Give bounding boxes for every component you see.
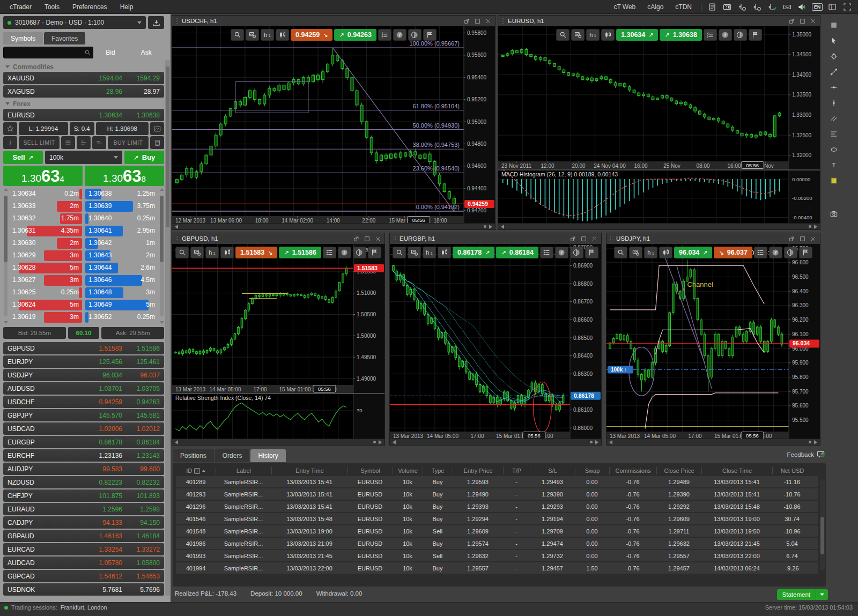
functions-button[interactable]: f (719, 29, 732, 41)
ellipse-icon[interactable] (828, 144, 840, 155)
indicator-list-button[interactable] (540, 247, 553, 258)
section-commodities[interactable]: Commodities (3, 62, 164, 72)
timeframe-button[interactable]: h 1 (205, 247, 219, 258)
cursor-icon[interactable] (828, 35, 840, 47)
scroll-right-icon[interactable] (814, 225, 817, 229)
symbol-row-eurgbp[interactable]: EURGBP 0.86178 0.86184 (3, 436, 164, 448)
channel-icon[interactable] (828, 113, 840, 124)
symbol-row-cadjpy[interactable]: CADJPY 94.133 94.150 (3, 516, 164, 529)
autoscale-button[interactable] (799, 247, 812, 258)
buy-price-button[interactable]: ↘96.037 (714, 247, 752, 258)
chart-titlebar-usdjpy[interactable]: USDJPY, h1 (606, 233, 820, 244)
symbol-row-xagusd[interactable]: XAGUSD 28.96 28.97 (3, 85, 164, 98)
trendline-icon[interactable] (828, 66, 840, 78)
sell-price-button[interactable]: 1.30634↗ (616, 29, 658, 41)
buy-price-button[interactable]: ↗1.51586 (279, 247, 321, 258)
favorite-button[interactable] (3, 122, 17, 135)
col-t-p[interactable]: T/P (503, 467, 530, 474)
indicator-list-button[interactable] (704, 29, 717, 41)
chart-titlebar-usdchf[interactable]: USDCHF, h1 (172, 16, 495, 26)
tab-orders[interactable]: Orders (215, 449, 250, 462)
drag-handle-icon[interactable] (501, 18, 505, 24)
table-scrollbar[interactable] (820, 479, 825, 570)
chart-type-button[interactable] (276, 29, 289, 41)
fullscreen-icon[interactable] (841, 2, 854, 12)
tab-symbols[interactable]: Symbols (3, 32, 43, 44)
drag-handle-icon[interactable] (393, 235, 396, 242)
dom-bid-row[interactable]: 1.30631 4.35m (9, 225, 82, 237)
drag-handle-icon[interactable] (175, 235, 179, 242)
dom-bid-row[interactable]: 1.30634 0.2m (9, 188, 82, 200)
chart-body-eurgbp[interactable]: h 1 0.86178↗ ↗0.86184 f 0.870000.869000.… (390, 244, 601, 439)
scroll-left-icon[interactable] (393, 440, 396, 444)
sell-price-button[interactable]: 1.51583↘ (235, 247, 277, 258)
buy-price-button[interactable]: 1.30638 (85, 166, 164, 186)
maximize-icon[interactable] (798, 235, 806, 242)
keyboard-icon[interactable] (781, 2, 794, 12)
chart-settings-button[interactable] (246, 29, 259, 41)
scroll-right-icon[interactable] (595, 440, 598, 444)
chart-settings-button[interactable] (190, 247, 204, 258)
symbol-row-audusd[interactable]: AUDUSD 1.03701 1.03705 (3, 382, 164, 395)
crosshair-icon[interactable] (828, 50, 840, 62)
symbol-row-gbpcad[interactable]: GBPCAD 1.54612 1.54653 (3, 570, 164, 582)
theme-button[interactable] (570, 247, 583, 258)
chart-settings-button[interactable] (629, 247, 642, 258)
chart-titlebar-eurgbp[interactable]: EURGBP, h1 (390, 233, 601, 244)
order-doc-button[interactable] (150, 136, 164, 149)
dom-ask-row[interactable]: 1.30652 0.25m (85, 311, 158, 323)
chart-canvas-eurusd[interactable]: 1.350001.345001.340001.335001.330001.325… (498, 26, 820, 223)
symbol-row-usdnok[interactable]: USDNOK 5.7681 5.7696 (3, 583, 164, 596)
buy-button[interactable]: ↗Buy (124, 151, 164, 164)
history-row[interactable]: 401296SampleRSIR...13/03/2013 15:41EURUS… (176, 501, 818, 512)
dom-bid-row[interactable]: 1.30624 5m (9, 299, 82, 311)
symbol-row-euraud[interactable]: EURAUD 1.2596 1.2598 (3, 503, 164, 515)
buy-price-button[interactable]: ↗0.94263 (335, 29, 376, 41)
zoom-button[interactable] (614, 247, 627, 258)
history-row[interactable]: 401546SampleRSIR...13/03/2013 15:48EURUS… (176, 513, 818, 524)
zoom-button[interactable] (393, 247, 406, 258)
sell-price-button[interactable]: 1.30634 (3, 166, 83, 186)
col-net-usd[interactable]: Net USD (772, 467, 812, 474)
link-ctdn[interactable]: cTDN (670, 1, 697, 13)
timeframe-button[interactable]: h 1 (261, 29, 274, 41)
scroll-right-icon[interactable] (379, 440, 382, 444)
autoscale-button[interactable] (368, 247, 381, 258)
chart-body-usdchf[interactable]: h 1 0.94259↘ ↗0.94263 f 100.00% (0.95667… (172, 26, 495, 223)
menu-tools[interactable]: Tools (39, 1, 65, 13)
indicator-list-button[interactable] (378, 29, 391, 41)
chart-body-usdjpy[interactable]: h 1 96.034↗ ↘96.037 f Channel00:05:5796.… (606, 244, 820, 439)
tab-history[interactable]: History (250, 449, 285, 462)
link-calgo[interactable]: cAlgo (642, 1, 668, 13)
theme-button[interactable] (408, 29, 421, 41)
fibonacci-icon[interactable] (828, 128, 840, 140)
scroll-left-icon[interactable] (609, 440, 612, 444)
sell-limit-button[interactable]: SELL LIMIT (19, 136, 60, 149)
dom-bid-row[interactable]: 1.30625 0.25m (9, 287, 82, 299)
dom-bid-row[interactable]: 1.30619 3m (9, 311, 82, 323)
zoom-button[interactable] (231, 29, 244, 41)
symbol-row-eurcad[interactable]: EURCAD 1.33254 1.33272 (3, 543, 164, 555)
col-volume[interactable]: Volume (393, 467, 423, 474)
volume-select[interactable]: 100k (45, 151, 122, 164)
vertical-line-icon[interactable] (828, 97, 840, 109)
help-icon[interactable] (721, 2, 734, 12)
scroll-right-icon[interactable] (814, 440, 817, 444)
sidebar-scrollbar[interactable] (165, 60, 170, 596)
chart-titlebar-gbpusd[interactable]: GBPUSD, h1 (172, 233, 384, 244)
dom-ask-row[interactable]: 1.30638 1.25m (85, 188, 158, 200)
dom-ask-row[interactable]: 1.30640 0.25m (85, 213, 158, 225)
scroll-right-icon[interactable] (489, 225, 492, 229)
history-row[interactable]: 401293SampleRSIR...13/03/2013 15:41EURUS… (176, 488, 818, 500)
autoscale-button[interactable] (749, 29, 762, 41)
popout-icon[interactable] (352, 235, 360, 242)
col-type[interactable]: Type (423, 467, 453, 474)
scroll-left-icon[interactable] (501, 225, 504, 229)
theme-button[interactable] (353, 247, 366, 258)
col-symbol[interactable]: Symbol (347, 467, 393, 474)
chart-body-eurusd[interactable]: h 1 1.30634↗ ↗1.30638 f 1.350001.345001.… (498, 26, 820, 223)
symbol-row-usdjpy[interactable]: USDJPY 96.034 96.037 (3, 369, 164, 381)
chart-canvas-usdchf[interactable]: 100.00% (0.95667)61.80% (0.95104)50.00% … (172, 26, 495, 223)
timeframe-button[interactable]: h 1 (644, 247, 657, 258)
maximize-icon[interactable] (798, 17, 806, 25)
